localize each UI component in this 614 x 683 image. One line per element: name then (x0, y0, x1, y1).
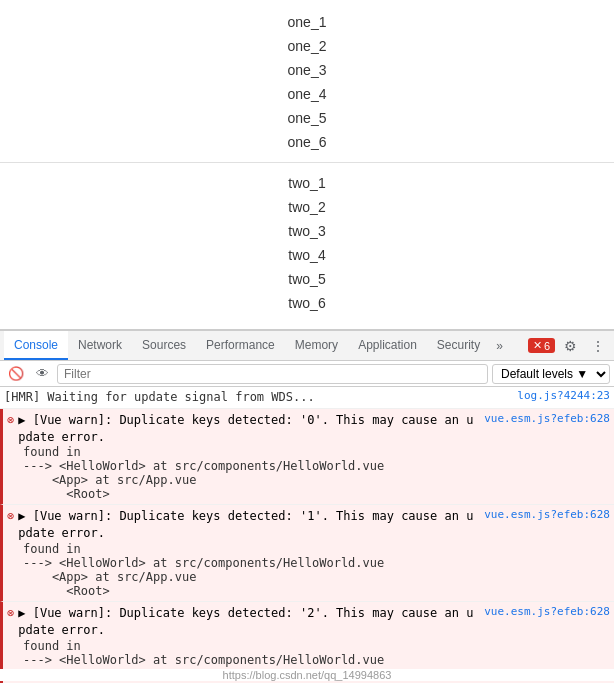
filter-input[interactable] (57, 364, 488, 384)
section-divider (0, 162, 614, 163)
tabs-right-controls: ✕ 6 ⚙ ⋮ (528, 336, 610, 356)
error-0-text: ▶ [Vue warn]: Duplicate keys detected: '… (18, 412, 480, 446)
error-0-source[interactable]: vue.esm.js?efeb:628 (484, 412, 610, 425)
list-item: two_1 (288, 171, 325, 195)
error-count-badge: ✕ 6 (528, 338, 555, 353)
console-error-1: ⊗ ▶ [Vue warn]: Duplicate keys detected:… (0, 505, 614, 602)
error-0-found-in: found in (23, 445, 610, 459)
error-0-trace: ---> <HelloWorld> at src/components/Hell… (23, 459, 610, 501)
error-count: 6 (544, 340, 550, 352)
error-2-source[interactable]: vue.esm.js?efeb:628 (484, 605, 610, 618)
list-item: two_3 (288, 219, 325, 243)
tab-console[interactable]: Console (4, 331, 68, 360)
error-icon-2: ⊗ (7, 606, 14, 620)
list-item: two_2 (288, 195, 325, 219)
tab-security[interactable]: Security (427, 331, 490, 360)
list-item: one_3 (288, 58, 327, 82)
error-1-text: ▶ [Vue warn]: Duplicate keys detected: '… (18, 508, 480, 542)
error-icon-0: ⊗ (7, 413, 14, 427)
list-item: one_4 (288, 82, 327, 106)
error-2-first-line: ⊗ ▶ [Vue warn]: Duplicate keys detected:… (7, 605, 610, 639)
console-message-hmr: [HMR] Waiting for update signal from WDS… (0, 387, 614, 409)
error-icon-1: ⊗ (7, 509, 14, 523)
error-1-source[interactable]: vue.esm.js?efeb:628 (484, 508, 610, 521)
hmr-message-text: [HMR] Waiting for update signal from WDS… (4, 389, 513, 406)
group1-items: one_1 one_2 one_3 one_4 one_5 one_6 (288, 10, 327, 154)
devtools-panel: Console Network Sources Performance Memo… (0, 330, 614, 683)
tab-memory[interactable]: Memory (285, 331, 348, 360)
console-error-0: ⊗ ▶ [Vue warn]: Duplicate keys detected:… (0, 409, 614, 506)
main-content: one_1 one_2 one_3 one_4 one_5 one_6 two_… (0, 0, 614, 330)
more-options-button[interactable]: ⋮ (586, 336, 610, 356)
toggle-filter-button[interactable]: 👁 (32, 364, 53, 383)
error-2-text: ▶ [Vue warn]: Duplicate keys detected: '… (18, 605, 480, 639)
error-icon: ✕ (533, 339, 542, 352)
console-toolbar: 🚫 👁 Default levels ▼ (0, 361, 614, 387)
list-item: one_1 (288, 10, 327, 34)
list-item: two_5 (288, 267, 325, 291)
tab-application[interactable]: Application (348, 331, 427, 360)
list-item: one_5 (288, 106, 327, 130)
error-1-trace: ---> <HelloWorld> at src/components/Hell… (23, 556, 610, 598)
clear-console-button[interactable]: 🚫 (4, 364, 28, 383)
list-item: two_6 (288, 291, 325, 315)
log-level-select[interactable]: Default levels ▼ (492, 364, 610, 384)
list-item: one_6 (288, 130, 327, 154)
tab-network[interactable]: Network (68, 331, 132, 360)
console-messages: [HMR] Waiting for update signal from WDS… (0, 387, 614, 683)
tab-overflow-button[interactable]: » (490, 335, 509, 357)
error-2-found-in: found in (23, 639, 610, 653)
hmr-source-link[interactable]: log.js?4244:23 (517, 389, 610, 402)
list-item: two_4 (288, 243, 325, 267)
tab-sources[interactable]: Sources (132, 331, 196, 360)
error-0-first-line: ⊗ ▶ [Vue warn]: Duplicate keys detected:… (7, 412, 610, 446)
list-item: one_2 (288, 34, 327, 58)
error-1-first-line: ⊗ ▶ [Vue warn]: Duplicate keys detected:… (7, 508, 610, 542)
error-1-found-in: found in (23, 542, 610, 556)
group2-items: two_1 two_2 two_3 two_4 two_5 two_6 (288, 171, 325, 315)
devtools-tabs-bar: Console Network Sources Performance Memo… (0, 331, 614, 361)
watermark: https://blog.csdn.net/qq_14994863 (0, 669, 614, 681)
tab-performance[interactable]: Performance (196, 331, 285, 360)
settings-button[interactable]: ⚙ (559, 336, 582, 356)
